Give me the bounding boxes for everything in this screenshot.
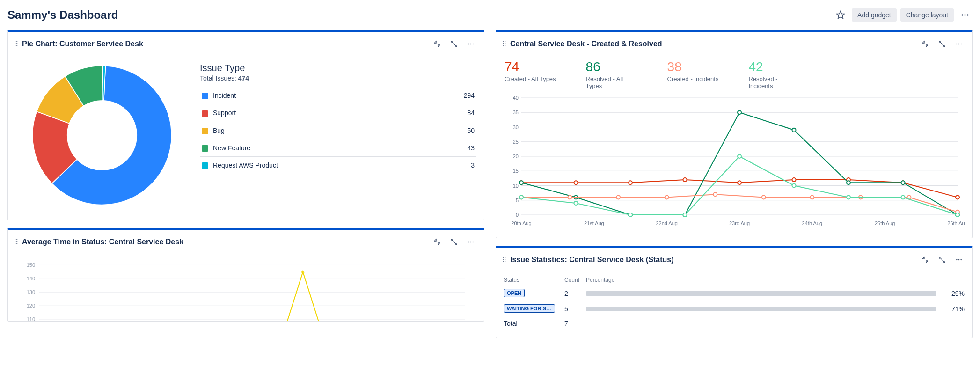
data-point[interactable] bbox=[956, 213, 959, 217]
data-point[interactable] bbox=[616, 195, 620, 199]
more-icon bbox=[955, 40, 963, 48]
svg-point-22 bbox=[958, 44, 960, 45]
svg-point-2 bbox=[964, 14, 965, 15]
svg-text:130: 130 bbox=[27, 289, 35, 295]
data-point[interactable] bbox=[810, 195, 814, 199]
collapse-icon bbox=[433, 40, 441, 48]
data-point[interactable] bbox=[738, 154, 741, 158]
expand-button[interactable] bbox=[935, 252, 950, 267]
more-icon bbox=[467, 238, 475, 246]
svg-point-9 bbox=[472, 242, 474, 243]
svg-point-51 bbox=[960, 259, 962, 260]
page-title: Sammy's Dashboard bbox=[7, 8, 118, 22]
collapse-button[interactable] bbox=[918, 37, 933, 51]
gadget-avg-time: ⠿ Average Time in Status: Central Servic… bbox=[7, 228, 484, 322]
legend-row[interactable]: Bug50 bbox=[200, 122, 476, 139]
data-point[interactable] bbox=[574, 181, 578, 184]
data-point[interactable] bbox=[762, 195, 766, 199]
data-point[interactable] bbox=[683, 213, 687, 217]
gadget-title: Issue Statistics: Central Service Desk (… bbox=[510, 256, 673, 264]
expand-icon bbox=[450, 238, 458, 246]
svg-text:23rd Aug: 23rd Aug bbox=[729, 220, 750, 226]
collapse-button[interactable] bbox=[918, 252, 933, 267]
percentage-bar bbox=[586, 291, 936, 296]
data-point[interactable] bbox=[956, 195, 959, 199]
legend-row[interactable]: Support84 bbox=[200, 104, 476, 122]
data-point[interactable] bbox=[792, 178, 796, 182]
pie-chart bbox=[15, 58, 189, 213]
svg-point-1 bbox=[962, 14, 963, 15]
expand-button[interactable] bbox=[935, 37, 950, 51]
gadget-more-button[interactable] bbox=[951, 252, 966, 267]
collapse-button[interactable] bbox=[430, 37, 445, 51]
data-point[interactable] bbox=[629, 213, 632, 217]
gadget-created-resolved: ⠿ Central Service Desk - Created & Resol… bbox=[496, 30, 973, 238]
svg-point-5 bbox=[470, 44, 472, 45]
add-gadget-button[interactable]: Add gadget bbox=[852, 8, 897, 22]
data-point[interactable] bbox=[901, 181, 905, 184]
star-button[interactable] bbox=[833, 7, 848, 22]
legend-total: Total Issues: 474 bbox=[200, 74, 476, 82]
summary-stats: 74Created - All Types86Resolved - All Ty… bbox=[504, 58, 965, 93]
gadget-title: Pie Chart: Customer Service Desk bbox=[22, 40, 143, 48]
svg-text:110: 110 bbox=[27, 316, 35, 322]
legend-row[interactable]: Request AWS Product3 bbox=[200, 157, 476, 174]
header-actions: Add gadget Change layout bbox=[833, 7, 973, 22]
expand-icon bbox=[938, 256, 946, 264]
more-button[interactable] bbox=[958, 7, 973, 22]
change-layout-button[interactable]: Change layout bbox=[900, 8, 954, 22]
gadget-more-button[interactable] bbox=[463, 235, 478, 250]
data-point[interactable] bbox=[792, 128, 796, 132]
more-icon bbox=[467, 40, 475, 48]
page-header: Sammy's Dashboard Add gadget Change layo… bbox=[7, 4, 973, 30]
data-point[interactable] bbox=[683, 178, 687, 182]
svg-text:40: 40 bbox=[513, 95, 519, 101]
data-point[interactable] bbox=[847, 195, 850, 199]
data-point[interactable] bbox=[519, 181, 523, 184]
created-resolved-chart: 051015202530354020th Aug21st Aug22nd Aug… bbox=[504, 93, 965, 229]
legend-row[interactable]: New Feature43 bbox=[200, 139, 476, 156]
svg-text:5: 5 bbox=[516, 198, 519, 203]
data-point[interactable] bbox=[519, 195, 523, 199]
gadget-more-button[interactable] bbox=[463, 37, 478, 51]
svg-point-50 bbox=[958, 259, 960, 260]
svg-text:30: 30 bbox=[513, 124, 519, 130]
drag-handle-icon[interactable]: ⠿ bbox=[14, 40, 18, 48]
summary-stat: 86Resolved - All Types bbox=[586, 60, 637, 89]
drag-handle-icon[interactable]: ⠿ bbox=[502, 40, 506, 48]
data-point[interactable] bbox=[665, 195, 669, 199]
line-series bbox=[521, 112, 958, 215]
collapse-button[interactable] bbox=[430, 235, 445, 250]
expand-icon bbox=[938, 40, 946, 48]
data-point[interactable] bbox=[792, 183, 796, 187]
data-point[interactable] bbox=[713, 192, 717, 196]
data-point[interactable] bbox=[568, 195, 572, 199]
data-point[interactable] bbox=[574, 201, 578, 205]
expand-button[interactable] bbox=[446, 37, 461, 51]
status-row-total: Total 7 bbox=[504, 317, 965, 330]
drag-handle-icon[interactable]: ⠿ bbox=[502, 256, 506, 264]
avg-time-chart: 110120130140150✶ bbox=[15, 256, 476, 322]
collapse-icon bbox=[921, 256, 929, 264]
svg-point-6 bbox=[472, 44, 474, 45]
data-point[interactable] bbox=[901, 195, 905, 199]
percentage-bar bbox=[586, 307, 936, 311]
status-row[interactable]: OPEN 2 29% bbox=[504, 286, 965, 301]
svg-point-21 bbox=[956, 44, 958, 45]
data-point[interactable] bbox=[738, 110, 741, 114]
gadget-more-button[interactable] bbox=[951, 37, 966, 51]
expand-button[interactable] bbox=[446, 235, 461, 250]
legend-row[interactable]: Incident294 bbox=[200, 87, 476, 104]
data-point[interactable] bbox=[629, 181, 632, 184]
status-count: 5 bbox=[564, 305, 581, 313]
status-badge: WAITING FOR SUPP... bbox=[504, 304, 555, 313]
data-point[interactable] bbox=[847, 181, 850, 184]
svg-text:140: 140 bbox=[27, 276, 35, 281]
summary-stat: 38Created - Incidents bbox=[667, 60, 719, 89]
more-icon bbox=[955, 256, 963, 264]
data-point[interactable] bbox=[738, 181, 741, 184]
status-row[interactable]: WAITING FOR SUPP... 5 71% bbox=[504, 301, 965, 317]
svg-text:0: 0 bbox=[516, 212, 519, 218]
drag-handle-icon[interactable]: ⠿ bbox=[14, 238, 18, 246]
gadget-title: Central Service Desk - Created & Resolve… bbox=[510, 40, 662, 48]
